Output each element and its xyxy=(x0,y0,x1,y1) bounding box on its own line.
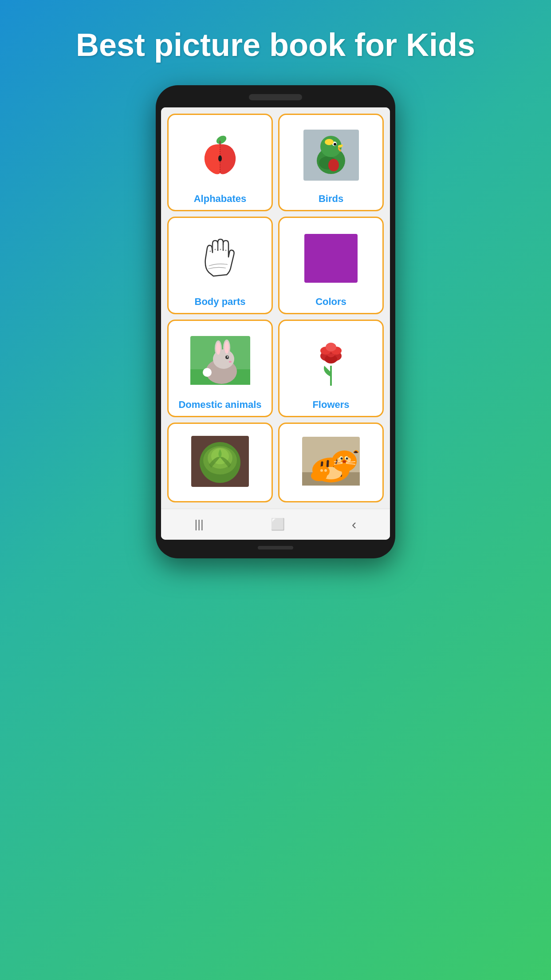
svg-point-17 xyxy=(215,249,216,250)
svg-point-31 xyxy=(203,368,212,377)
card-label-flowers: Flowers xyxy=(312,399,349,411)
phone-screen: Alphabates xyxy=(161,107,390,540)
card-image-colors xyxy=(284,224,378,292)
card-image-vegetables xyxy=(173,430,267,492)
card-body-parts[interactable]: Body parts xyxy=(167,217,273,314)
svg-point-66 xyxy=(320,469,323,472)
phone-device: Alphabates xyxy=(156,85,395,558)
svg-point-41 xyxy=(326,343,336,352)
nav-back-button[interactable]: ‹ xyxy=(352,516,357,533)
card-image-birds xyxy=(284,121,378,190)
card-label-alphabates: Alphabates xyxy=(194,193,247,205)
svg-point-65 xyxy=(324,469,327,472)
page-title: Best picture book for Kids xyxy=(76,27,475,63)
svg-point-16 xyxy=(210,251,211,252)
card-alphabates[interactable]: Alphabates xyxy=(167,114,273,211)
svg-point-10 xyxy=(334,143,336,146)
svg-point-18 xyxy=(220,249,221,250)
card-wild-animals[interactable] xyxy=(278,423,384,502)
svg-point-7 xyxy=(328,159,339,171)
svg-point-58 xyxy=(342,460,346,463)
card-colors[interactable]: Colors xyxy=(278,217,384,314)
svg-point-3 xyxy=(218,155,222,162)
svg-point-64 xyxy=(317,466,330,477)
card-label-body-parts: Body parts xyxy=(195,296,246,308)
svg-point-27 xyxy=(224,341,229,354)
card-image-body-parts xyxy=(173,224,267,292)
card-birds[interactable]: Birds xyxy=(278,114,384,211)
card-image-domestic-animals xyxy=(173,327,267,394)
svg-point-19 xyxy=(225,250,227,251)
phone-speaker xyxy=(249,94,302,100)
svg-point-11 xyxy=(325,139,334,145)
card-flowers[interactable]: Flowers xyxy=(278,320,384,417)
card-image-wild-animals xyxy=(284,430,378,492)
phone-bottom-bar xyxy=(258,546,293,549)
svg-point-0 xyxy=(215,134,228,146)
card-image-alphabates xyxy=(173,121,267,190)
svg-point-25 xyxy=(216,342,220,355)
purple-swatch xyxy=(304,234,358,283)
card-domestic-animals[interactable]: Domestic animals xyxy=(167,320,273,417)
card-label-colors: Colors xyxy=(315,296,346,308)
card-label-birds: Birds xyxy=(319,193,343,205)
card-image-flowers xyxy=(284,327,378,395)
nav-home-button[interactable]: ⬜ xyxy=(271,518,285,531)
card-label-domestic-animals: Domestic animals xyxy=(178,399,261,411)
nav-recent-button[interactable]: ||| xyxy=(195,518,204,531)
svg-point-57 xyxy=(341,458,343,460)
bottom-nav: ||| ⬜ ‹ xyxy=(161,509,390,540)
svg-point-30 xyxy=(229,361,232,363)
cards-grid: Alphabates xyxy=(161,107,390,509)
svg-point-29 xyxy=(227,356,228,357)
card-vegetables[interactable] xyxy=(167,423,273,502)
svg-point-55 xyxy=(346,458,348,460)
